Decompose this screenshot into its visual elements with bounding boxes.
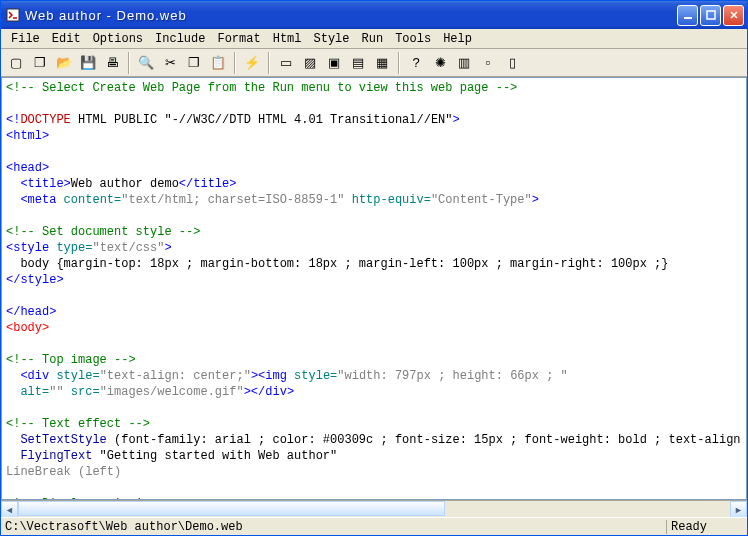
menu-style[interactable]: Style: [308, 31, 356, 47]
menu-file[interactable]: File: [5, 31, 46, 47]
toolbar-separator: [268, 52, 270, 74]
binoculars-icon[interactable]: 🔍: [135, 52, 157, 74]
help-icon[interactable]: ?: [405, 52, 427, 74]
paste-icon[interactable]: 📋: [207, 52, 229, 74]
copy2-icon[interactable]: ❐: [183, 52, 205, 74]
copy-icon[interactable]: ❐: [29, 52, 51, 74]
statusbar: C:\Vectrasoft\Web author\Demo.web Ready: [1, 517, 747, 535]
menu-include[interactable]: Include: [149, 31, 211, 47]
code-editor[interactable]: <!-- Select Create Web Page from the Run…: [1, 77, 747, 500]
code-content: <!-- Select Create Web Page from the Run…: [2, 78, 746, 500]
scroll-left-button[interactable]: ◄: [1, 501, 18, 518]
folder-icon[interactable]: ▣: [323, 52, 345, 74]
svg-rect-1: [684, 17, 692, 19]
status-path: C:\Vectrasoft\Web author\Demo.web: [1, 520, 667, 534]
gear-icon[interactable]: ✺: [429, 52, 451, 74]
new-icon[interactable]: ▢: [5, 52, 27, 74]
list-icon[interactable]: ▤: [347, 52, 369, 74]
menu-options[interactable]: Options: [87, 31, 149, 47]
menu-html[interactable]: Html: [267, 31, 308, 47]
window-icon[interactable]: ▥: [453, 52, 475, 74]
toolbar-separator: [128, 52, 130, 74]
maximize-button[interactable]: [700, 5, 721, 26]
menu-format[interactable]: Format: [211, 31, 266, 47]
page-icon[interactable]: ▭: [275, 52, 297, 74]
menu-tools[interactable]: Tools: [389, 31, 437, 47]
menu-edit[interactable]: Edit: [46, 31, 87, 47]
scroll-track[interactable]: [18, 501, 730, 517]
save-icon[interactable]: 💾: [77, 52, 99, 74]
horizontal-scrollbar[interactable]: ◄ ►: [1, 500, 747, 517]
toolbar-separator: [398, 52, 400, 74]
svg-rect-2: [707, 11, 715, 19]
open-icon[interactable]: 📂: [53, 52, 75, 74]
scroll-thumb[interactable]: [18, 501, 445, 516]
menubar: FileEditOptionsIncludeFormatHtmlStyleRun…: [1, 29, 747, 49]
image-icon[interactable]: ▨: [299, 52, 321, 74]
close-button[interactable]: [723, 5, 744, 26]
print-icon[interactable]: 🖶: [101, 52, 123, 74]
minimize-button[interactable]: [677, 5, 698, 26]
page2-icon[interactable]: ▯: [501, 52, 523, 74]
toolbar-separator: [234, 52, 236, 74]
menu-help[interactable]: Help: [437, 31, 478, 47]
menu-run[interactable]: Run: [356, 31, 390, 47]
status-ready: Ready: [667, 520, 747, 534]
app-icon: [5, 7, 21, 23]
scroll-right-button[interactable]: ►: [730, 501, 747, 518]
cut-icon[interactable]: ✂: [159, 52, 181, 74]
toolbar: ▢❐📂💾🖶🔍✂❐📋⚡▭▨▣▤▦?✺▥▫▯: [1, 49, 747, 77]
lightning-icon[interactable]: ⚡: [241, 52, 263, 74]
doc-icon[interactable]: ▫: [477, 52, 499, 74]
titlebar: Web author - Demo.web: [1, 1, 747, 29]
check-icon[interactable]: ▦: [371, 52, 393, 74]
window-title: Web author - Demo.web: [25, 8, 677, 23]
